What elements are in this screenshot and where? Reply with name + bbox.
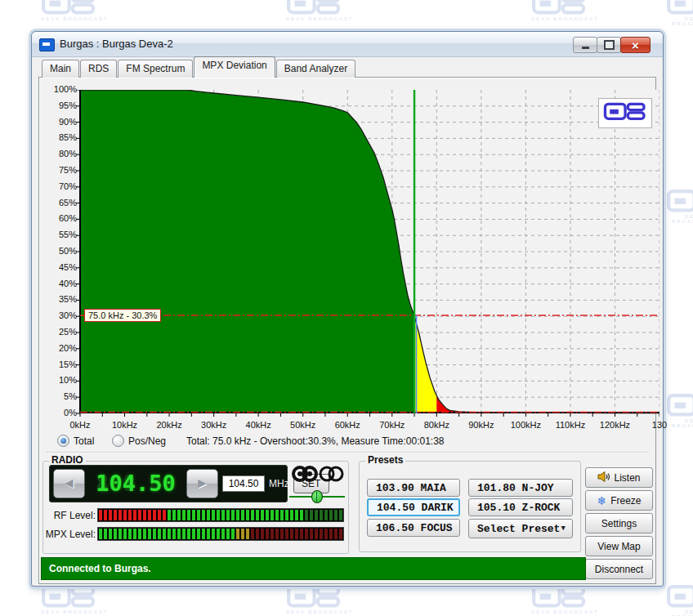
action-button-label: Listen — [614, 472, 640, 484]
meter-segment — [99, 529, 102, 539]
deva-watermark-logo: DEVA BROADCAST — [531, 0, 599, 21]
meter-segment — [99, 510, 102, 520]
meter-segment — [339, 510, 342, 520]
preset-button-focus[interactable]: 106.50 FOCUS — [367, 519, 460, 537]
x-tick-label: 0kHz — [61, 420, 99, 430]
meter-segment — [231, 529, 235, 539]
action-button-label: View Map — [597, 541, 640, 552]
mpx-level-meter — [97, 527, 344, 541]
meter-segment — [221, 529, 225, 539]
status-bar: Connected to Burgas. — [41, 557, 586, 580]
tab-band-analyzer[interactable]: Band Analyzer — [276, 60, 355, 78]
meter-segment — [158, 529, 161, 539]
x-tick-label: 20kHz — [150, 420, 188, 430]
rf-level-meter — [97, 508, 344, 522]
preset-button-darik[interactable]: 104.50 DARIK — [367, 498, 460, 516]
total-radio[interactable]: Total — [57, 435, 94, 447]
y-tick-label: 70% — [44, 181, 77, 191]
deva-watermark-logo: DEVA BROADCAST — [666, 0, 693, 26]
deva-watermark-logo: DEVA BROADCAST — [41, 583, 109, 614]
meter-segment — [138, 510, 141, 520]
minimize-button[interactable] — [573, 37, 597, 53]
meter-segment — [261, 510, 264, 520]
tab-fm-spectrum[interactable]: FM Spectrum — [118, 60, 193, 78]
x-tick-label: 120kHz — [596, 420, 633, 430]
x-tick-label: 130 — [641, 420, 678, 430]
frequency-input[interactable] — [222, 475, 265, 492]
meter-segment — [329, 529, 333, 539]
total-radio-label: Total — [74, 435, 94, 447]
tab-strip: MainRDSFM SpectrumMPX DeviationBand Anal… — [42, 56, 356, 78]
x-tick-label: 50kHz — [284, 420, 322, 430]
preset-label: 105.10 Z-ROCK — [477, 502, 560, 514]
tab-rds[interactable]: RDS — [80, 60, 117, 78]
meter-segment — [320, 529, 323, 539]
slider-thumb[interactable] — [311, 490, 323, 503]
meter-segment — [109, 510, 112, 520]
select-preset-dropdown[interactable]: Select Preset▼ — [468, 519, 573, 538]
listen-button[interactable]: Listen — [585, 467, 653, 488]
x-tick-label: 100kHz — [507, 420, 544, 430]
preset-label: 103.90 MAIA — [376, 482, 446, 494]
preset-button-n-joy[interactable]: 101.80 N-JOY — [468, 479, 573, 497]
meter-segment — [207, 510, 210, 520]
frequency-led-display: 888.88 104.50 — [89, 469, 182, 498]
area-below-75kHz — [80, 90, 414, 413]
disconnect-button[interactable]: Disconnect — [585, 559, 653, 579]
meter-segment — [300, 510, 303, 520]
freeze-button[interactable]: ❄Freeze — [585, 490, 653, 511]
meter-segment — [251, 510, 254, 520]
preset-label: Select Preset — [477, 523, 560, 535]
meter-segment — [114, 510, 117, 520]
meter-segment — [315, 510, 318, 520]
presets-group-label: Presets — [365, 454, 405, 466]
tab-mpx-deviation[interactable]: MPX Deviation — [194, 56, 275, 78]
preset-label: 104.50 DARIK — [377, 502, 454, 514]
title-bar[interactable]: Burgas : Burgas Deva-2 × — [32, 32, 663, 57]
meter-segment — [187, 529, 190, 539]
deva-watermark-logo: DEVA BROADCAST — [666, 583, 693, 616]
mpx-deviation-tab-page: 0%5%10%15%20%25%30%35%40%45%50%55%60%65%… — [38, 77, 656, 584]
posneg-radio[interactable]: Pos/Neg — [112, 435, 166, 447]
maximize-button[interactable] — [597, 37, 621, 53]
y-tick-label: 60% — [44, 213, 77, 223]
action-button-label: Freeze — [610, 495, 641, 507]
meter-segment — [310, 529, 313, 539]
meter-segment — [226, 510, 230, 520]
preset-button-z-rock[interactable]: 105.10 Z-ROCK — [468, 498, 573, 516]
deva-db-logo — [598, 98, 652, 128]
deva-watermark-logo: DEVA BROADCAST — [286, 583, 354, 614]
y-tick-label: 25% — [44, 327, 77, 337]
tab-main[interactable]: Main — [42, 60, 79, 78]
measure-summary: Total: 75.0 kHz - Overshoot:30.3%, Measu… — [186, 435, 445, 447]
deva-watermark-logo: DEVA BROADCAST — [666, 188, 693, 224]
action-button-label: Disconnect — [595, 564, 643, 575]
meter-segment — [187, 510, 190, 520]
meter-segment — [320, 510, 323, 520]
meter-segment — [231, 510, 235, 520]
meter-segment — [305, 510, 308, 520]
meter-segment — [324, 510, 328, 520]
y-tick-label: 10% — [44, 375, 77, 385]
tune-up-button[interactable]: ► — [186, 469, 218, 498]
meter-segment — [280, 529, 284, 539]
balance-slider[interactable] — [289, 490, 345, 503]
close-button[interactable]: × — [620, 37, 651, 53]
meter-segment — [295, 510, 298, 520]
preset-button-maia[interactable]: 103.90 MAIA — [367, 479, 460, 497]
meter-segment — [153, 510, 156, 520]
mhz-unit-label: MHz — [269, 478, 289, 489]
y-tick-label: 5% — [44, 391, 77, 401]
tune-down-button[interactable]: ◄ — [53, 469, 85, 498]
x-tick-label: 80kHz — [418, 420, 455, 430]
meter-segment — [270, 529, 274, 539]
settings-button[interactable]: Settings — [585, 513, 653, 533]
y-tick-label: 50% — [44, 246, 77, 256]
left-arrow-icon: ◄ — [62, 475, 76, 492]
meter-segment — [221, 510, 225, 520]
meter-segment — [138, 529, 141, 539]
radio-selected-icon[interactable] — [57, 435, 69, 447]
radio-unselected-icon[interactable] — [112, 435, 124, 447]
meter-segment — [177, 529, 181, 539]
view-map-button[interactable]: View Map — [585, 536, 653, 556]
